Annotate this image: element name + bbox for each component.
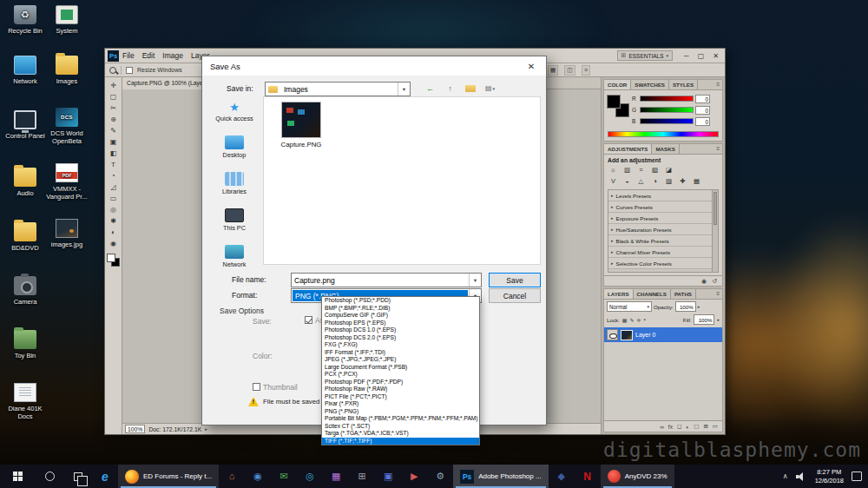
layers-footer-icon[interactable]: ▢ [694, 423, 699, 430]
panel-menu-icon[interactable]: ≡ [713, 289, 722, 299]
desktop-icon[interactable]: Control Panel [2, 110, 49, 140]
tool-icon[interactable]: ✛ [107, 80, 121, 91]
cancel-button[interactable]: Cancel [489, 288, 541, 303]
up-one-level-button[interactable]: ↑ [443, 82, 457, 95]
format-option[interactable]: FXG (*.FXG) [322, 341, 479, 349]
lock-option-icon[interactable]: ✛ [637, 317, 641, 323]
layers-footer-icon[interactable]: ∞ [660, 424, 664, 430]
places-sidebar-item[interactable]: Desktop [207, 133, 261, 169]
places-sidebar-item[interactable]: This PC [207, 206, 261, 242]
view-menu-button[interactable]: ▤▾ [483, 82, 497, 95]
layers-footer-icon[interactable]: ▭ [713, 423, 718, 430]
volume-icon[interactable] [796, 472, 807, 481]
dialog-close-button[interactable]: ✕ [516, 56, 546, 76]
tool-icon[interactable]: ◧ [107, 148, 121, 159]
maximize-button[interactable]: ▢ [694, 52, 709, 60]
taskbar-pinned-app[interactable]: ▦ [323, 472, 349, 481]
places-sidebar-item[interactable]: Quick access [207, 96, 261, 133]
tool-icon[interactable]: ✎ [107, 125, 121, 136]
panel-tab[interactable]: LAYERS [604, 289, 634, 299]
format-option[interactable]: Scitex CT (*.SCT) [322, 423, 479, 431]
save-button[interactable]: Save [489, 273, 541, 287]
adjustment-icon[interactable]: △ [635, 176, 647, 186]
desktop-icon[interactable]: images.jpg [43, 219, 90, 248]
format-option[interactable]: Photoshop Raw (*.RAW) [322, 386, 479, 393]
preset-row[interactable]: ▸ Selective Color Presets [608, 258, 712, 269]
tool-icon[interactable]: ◿ [107, 181, 121, 193]
panel-tab[interactable]: SWATCHES [631, 80, 669, 89]
panel-footer-icon[interactable]: ↺ [712, 278, 717, 285]
zoom-level-field[interactable]: 100% [125, 425, 145, 433]
search-button[interactable] [35, 465, 64, 488]
tool-icon[interactable]: ◔ [107, 170, 121, 181]
tool-icon[interactable]: ⊕ [107, 114, 121, 125]
channel-value-field[interactable]: 0 [695, 106, 710, 115]
adjustment-icon[interactable]: ▥ [621, 165, 633, 175]
desktop-icon[interactable]: Network [2, 56, 49, 85]
format-option[interactable]: Pixar (*.PXR) [322, 400, 479, 408]
desktop-icon[interactable]: Diane 401K Docs [2, 383, 49, 421]
desktop-icon[interactable]: VMMXX - Vanguard Pr... [43, 163, 90, 201]
dialog-titlebar[interactable]: Save As ✕ [202, 56, 546, 76]
panel-menu-icon[interactable]: ≡ [713, 144, 722, 154]
tool-icon[interactable]: T [107, 159, 121, 170]
blend-mode-select[interactable]: Normal ▾ [607, 301, 652, 312]
taskbar-pinned-app[interactable]: ◆ [549, 472, 575, 481]
chevron-down-icon[interactable]: ▼ [398, 82, 410, 96]
file-item[interactable]: Capture.PNG [274, 102, 328, 148]
adjustment-icon[interactable]: ◒ [621, 176, 633, 186]
options-bar-icon[interactable]: ◫ [564, 65, 575, 76]
channel-value-field[interactable]: 0 [695, 95, 710, 103]
format-option[interactable]: Photoshop DCS 2.0 (*.EPS) [322, 334, 479, 342]
format-option[interactable]: PCX (*.PCX) [322, 371, 479, 379]
thumbnail-checkbox-row[interactable]: Thumbnail [253, 383, 298, 392]
format-option[interactable]: PNG (*.PNG) [322, 408, 479, 416]
layer-thumbnail[interactable] [621, 330, 633, 340]
lock-option-icon[interactable]: ✎ [629, 317, 634, 323]
layers-footer-icon[interactable]: ⊞ [703, 423, 707, 430]
layers-footer-icon[interactable]: ◻ [677, 423, 681, 430]
format-option[interactable]: JPEG (*.JPG;*.JPEG;*.JPE) [322, 356, 479, 364]
adjustment-icon[interactable]: ▧ [649, 165, 661, 175]
taskbar-pinned-app[interactable]: e [92, 471, 118, 483]
new-folder-button[interactable] [463, 82, 477, 95]
format-option[interactable]: TIFF (*.TIF;*.TIFF) [322, 438, 479, 445]
chevron-down-icon[interactable]: ▼ [469, 274, 481, 287]
panel-tab[interactable]: PATHS [671, 289, 696, 299]
channel-slider[interactable] [640, 96, 694, 102]
start-button[interactable] [0, 465, 35, 488]
places-sidebar-item[interactable]: Network [207, 242, 261, 279]
taskbar-clock[interactable]: 8:27 PM 12/6/2018 [815, 468, 844, 485]
color-spectrum-bar[interactable] [608, 131, 719, 137]
tool-icon[interactable]: ◎ [107, 204, 121, 215]
desktop-icon[interactable]: Camera [2, 276, 49, 306]
desktop-icon[interactable]: Recycle Bin [2, 5, 49, 35]
menu-item[interactable]: Edit [142, 51, 155, 60]
lock-option-icon[interactable]: ▪ [644, 317, 646, 322]
taskbar-pinned-app[interactable]: ⌂ [219, 472, 245, 481]
save-in-select[interactable]: Images ▼ [265, 82, 411, 96]
workspace-switcher[interactable]: ⊞ ESSENTIALS ▾ [617, 50, 674, 61]
panel-tab[interactable]: MASKS [652, 144, 679, 154]
expand-arrow-icon[interactable]: ▸ [611, 204, 614, 209]
taskbar-pinned-app[interactable]: ▶ [401, 472, 427, 481]
expand-arrow-icon[interactable]: ▸ [611, 260, 614, 266]
format-option[interactable]: Photoshop (*.PSD;*.PDD) [322, 297, 479, 305]
desktop-icon[interactable]: Images [43, 56, 90, 85]
adjustment-icon[interactable]: ✚ [677, 176, 688, 186]
tool-icon[interactable]: ✂ [107, 102, 121, 114]
adjustment-icon[interactable]: ☼ [608, 165, 619, 175]
preset-row[interactable]: ▸ Levels Presets [608, 190, 712, 201]
format-option[interactable]: Targa (*.TGA;*.VDA;*.ICB;*.VST) [322, 430, 479, 438]
preset-row[interactable]: ▸ Channel Mixer Presets [608, 247, 712, 258]
adjustment-icon[interactable]: ≈ [635, 165, 647, 175]
chevron-right-icon[interactable]: ▸ [698, 304, 700, 309]
tool-icon[interactable]: ◉ [107, 238, 121, 249]
format-option[interactable]: Portable Bit Map (*.PBM;*.PGM;*.PPM;*.PN… [322, 415, 479, 423]
format-option[interactable]: BMP (*.BMP;*.RLE;*.DIB) [322, 305, 479, 313]
resize-windows-checkbox[interactable] [126, 67, 133, 74]
preset-row[interactable]: ▸ Hue/Saturation Presets [608, 224, 712, 235]
channel-slider[interactable] [640, 118, 694, 124]
format-option[interactable]: IFF Format (*.IFF;*.TDI) [322, 349, 479, 357]
tool-icon[interactable]: ▭ [107, 193, 121, 204]
